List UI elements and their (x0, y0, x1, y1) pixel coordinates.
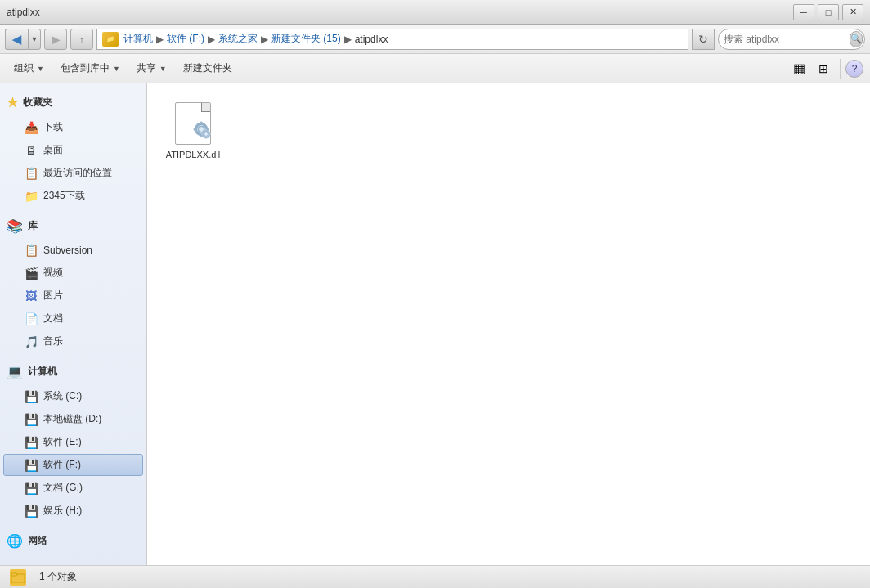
network-label: 网络 (28, 534, 47, 548)
path-part-newfolder[interactable]: 新建文件夹 (15) (271, 32, 341, 46)
title-bar: atipdlxx ─ □ ✕ (0, 0, 870, 25)
sidebar: ★ 收藏夹 📥 下载 🖥 桌面 📋 最近访问的位置 📁 2345下载 📚 库 📋… (0, 83, 147, 565)
search-button[interactable]: 🔍 (850, 31, 863, 47)
share-chevron: ▼ (159, 65, 167, 73)
sidebar-item-drive-c[interactable]: 💾 系统 (C:) (3, 385, 143, 407)
svg-point-2 (200, 128, 204, 132)
sidebar-item-desktop[interactable]: 🖥 桌面 (3, 139, 143, 161)
favorites-icon: ★ (7, 95, 18, 110)
share-button[interactable]: 共享 ▼ (129, 57, 174, 80)
sidebar-item-video[interactable]: 🎬 视频 (3, 262, 143, 284)
maximize-button[interactable]: □ (818, 4, 839, 20)
file-name: ATIPDLXX.dll (166, 150, 220, 159)
file-item-dll[interactable]: ATIPDLXX.dll (160, 97, 226, 164)
status-count: 1 个对象 (39, 570, 77, 584)
include-library-button[interactable]: 包含到库中 ▼ (53, 57, 128, 80)
file-grid: ATIPDLXX.dll (160, 97, 857, 164)
svg-rect-7 (11, 573, 17, 576)
recent-icon: 📋 (24, 167, 38, 180)
path-part-computer[interactable]: 计算机 (123, 32, 153, 46)
toolbar-right: ▦ ⊞ ? (787, 57, 863, 80)
sidebar-item-drive-e[interactable]: 💾 软件 (E:) (3, 431, 143, 453)
address-bar: ◀ ▼ ▶ ↑ 📁 计算机 ▶ 软件 (F:) ▶ 系统之家 ▶ 新建文件夹 (… (0, 25, 870, 54)
view-toggle-button[interactable]: ▦ (787, 57, 810, 80)
path-part-syshouse[interactable]: 系统之家 (218, 32, 258, 46)
library-label: 库 (28, 219, 38, 233)
sidebar-item-download[interactable]: 📥 下载 (3, 116, 143, 138)
main-content: ★ 收藏夹 📥 下载 🖥 桌面 📋 最近访问的位置 📁 2345下载 📚 库 📋… (0, 83, 870, 565)
video-icon: 🎬 (24, 267, 38, 280)
sidebar-item-doc[interactable]: 📄 文档 (3, 307, 143, 330)
svg-point-5 (205, 133, 208, 136)
computer-label: 计算机 (28, 365, 57, 379)
computer-section[interactable]: 💻 计算机 (0, 359, 146, 384)
address-path-bar[interactable]: 📁 计算机 ▶ 软件 (F:) ▶ 系统之家 ▶ 新建文件夹 (15) ▶ at… (96, 29, 688, 50)
drive-e-icon: 💾 (24, 436, 38, 449)
drive-f-icon: 💾 (24, 459, 38, 472)
favorites-label: 收藏夹 (23, 96, 52, 110)
music-icon: 🎵 (24, 335, 38, 348)
sidebar-item-music[interactable]: 🎵 音乐 (3, 330, 143, 352)
network-section[interactable]: 🌐 网络 (0, 528, 146, 554)
back-button[interactable]: ◀ (5, 29, 28, 50)
drive-d-icon: 💾 (24, 413, 38, 426)
path-part-current: atipdlxx (355, 34, 388, 45)
window-title: atipdlxx (7, 7, 40, 18)
help-button[interactable]: ? (845, 60, 863, 78)
file-area: ATIPDLXX.dll (147, 83, 870, 565)
sidebar-item-drive-h[interactable]: 💾 娱乐 (H:) (3, 500, 143, 522)
include-chevron: ▼ (113, 65, 120, 73)
gear-overlay (185, 113, 214, 145)
path-part-f[interactable]: 软件 (F:) (167, 32, 204, 46)
sidebar-item-subversion[interactable]: 📋 Subversion (3, 240, 143, 261)
sidebar-item-image[interactable]: 🖼 图片 (3, 285, 143, 307)
drive-g-icon: 💾 (24, 482, 38, 495)
drive-h-icon: 💾 (24, 505, 38, 518)
desktop-icon: 🖥 (24, 144, 38, 157)
network-icon: 🌐 (7, 533, 23, 549)
library-icon: 📚 (7, 218, 23, 234)
forward-button[interactable]: ▶ (44, 29, 67, 50)
organize-button[interactable]: 组织 ▼ (7, 57, 52, 80)
computer-icon: 💻 (7, 364, 23, 379)
toolbar: 组织 ▼ 包含到库中 ▼ 共享 ▼ 新建文件夹 ▦ ⊞ ? (0, 54, 870, 83)
refresh-button[interactable]: ↻ (692, 29, 715, 50)
image-icon: 🖼 (24, 290, 38, 303)
library-section[interactable]: 📚 库 (0, 213, 146, 239)
doc-icon: 📄 (24, 312, 38, 325)
new-folder-button[interactable]: 新建文件夹 (176, 57, 240, 80)
close-button[interactable]: ✕ (842, 4, 863, 20)
sidebar-item-recent[interactable]: 📋 最近访问的位置 (3, 162, 143, 184)
path-icon: 📁 (102, 32, 119, 47)
favorites-section[interactable]: ★ 收藏夹 (0, 90, 146, 115)
status-folder-icon (10, 569, 26, 586)
toolbar-separator (840, 59, 841, 79)
download-icon: 📥 (24, 121, 38, 134)
back-dropdown-button[interactable]: ▼ (28, 29, 41, 50)
organize-chevron: ▼ (37, 65, 44, 73)
sidebar-item-drive-f[interactable]: 💾 软件 (F:) (3, 454, 143, 476)
window-controls: ─ □ ✕ (793, 4, 863, 20)
sidebar-item-drive-g[interactable]: 💾 文档 (G:) (3, 477, 143, 499)
up-button[interactable]: ↑ (70, 29, 93, 50)
search-bar: 🔍 (718, 29, 865, 50)
search-input[interactable] (724, 34, 846, 45)
status-bar: 1 个对象 (0, 565, 870, 588)
subversion-icon: 📋 (24, 244, 38, 257)
file-icon-container (170, 101, 216, 146)
2345download-icon: 📁 (24, 190, 38, 203)
sidebar-item-2345download[interactable]: 📁 2345下载 (3, 185, 143, 207)
view-pane-button[interactable]: ⊞ (812, 57, 835, 80)
nav-buttons: ◀ ▼ (5, 29, 41, 50)
sidebar-item-drive-d[interactable]: 💾 本地磁盘 (D:) (3, 408, 143, 430)
drive-c-icon: 💾 (24, 390, 38, 403)
minimize-button[interactable]: ─ (793, 4, 814, 20)
path-text: 计算机 ▶ 软件 (F:) ▶ 系统之家 ▶ 新建文件夹 (15) ▶ atip… (123, 32, 388, 46)
